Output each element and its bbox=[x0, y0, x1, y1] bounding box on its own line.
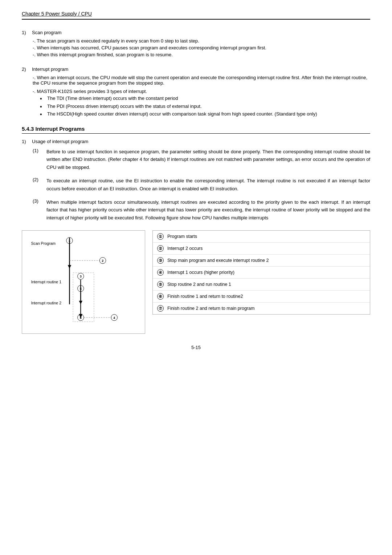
legend-num-1: ① bbox=[157, 233, 164, 240]
legend-text-5: Stop routine 2 and run routine 1 bbox=[167, 281, 231, 288]
svg-text:4: 4 bbox=[113, 316, 115, 320]
legend-text-2: Interrupt 2 occurs bbox=[167, 246, 203, 252]
para1: (1) Before to use interrupt function in … bbox=[33, 148, 370, 171]
legend-num-3: ③ bbox=[157, 257, 164, 264]
section2-dash1-text: -. When an interrupt occurs, the CPU mod… bbox=[33, 75, 370, 86]
para2: (2) To execute an interrupt routine, use… bbox=[33, 177, 370, 193]
usage-title: 1) Usage of interrupt program bbox=[22, 139, 370, 144]
usage-title-text: Usage of interrupt program bbox=[32, 139, 88, 144]
para3-text: When multiple interrupt factors occur si… bbox=[46, 198, 370, 222]
para1-text: Before to use interrupt function in sequ… bbox=[46, 148, 370, 171]
diagram-area: Scan Program 1 2 3 Interrupt routine 2 bbox=[22, 230, 370, 334]
svg-text:2: 2 bbox=[102, 259, 104, 263]
legend-num-7: ⑦ bbox=[157, 305, 164, 312]
section-interrupt-program: 2) Interrupt program -. When an interrup… bbox=[22, 66, 370, 118]
legend-num-4: ④ bbox=[157, 269, 164, 276]
legend-num-6: ⑥ bbox=[157, 293, 164, 300]
section1-num: 1) bbox=[22, 30, 29, 35]
bullet3-text: The HSCDI(High speed counter driven inte… bbox=[47, 111, 317, 117]
section1-dash3: -. When this interrupt program finished,… bbox=[33, 52, 370, 57]
section-scan-program: 1) Scan program -. The scan program is e… bbox=[22, 30, 370, 57]
section-543-heading: 5.4.3 Interrupt Programs bbox=[22, 126, 370, 134]
diagram-legend: ① Program starts ② Interrupt 2 occurs ③ … bbox=[152, 230, 370, 315]
svg-text:5: 5 bbox=[80, 287, 82, 291]
dash3-text: -. When this interrupt program finished,… bbox=[33, 52, 173, 57]
section1-title: Scan program bbox=[32, 30, 62, 35]
legend-num-2: ② bbox=[157, 245, 164, 252]
scan-program-label: Scan Program bbox=[31, 241, 56, 246]
section2-dash2: -. MASTER-K102S series provides 3 types … bbox=[33, 89, 370, 94]
legend-text-7: Finish routine 2 and return to main prog… bbox=[167, 305, 254, 312]
svg-marker-24 bbox=[79, 301, 82, 304]
diagram-box: Scan Program 1 2 3 Interrupt routine 2 bbox=[22, 230, 145, 334]
para1-num: (1) bbox=[33, 148, 43, 171]
bullet-dot-2: • bbox=[40, 104, 44, 110]
bullet1-text: The TDI (Time driven interrupt) occurs w… bbox=[47, 96, 178, 101]
page-number: 5-15 bbox=[22, 345, 370, 350]
legend-text-4: Interrupt 1 occurs (higher priority) bbox=[167, 270, 234, 276]
dash1-text: -. The scan program is executed regularl… bbox=[33, 38, 199, 44]
diagram-svg: Scan Program 1 2 3 Interrupt routine 2 bbox=[26, 234, 141, 329]
svg-text:3: 3 bbox=[80, 275, 82, 279]
legend-text-6: Finish routine 1 and return to routine2 bbox=[167, 293, 243, 300]
chapter-title: Chapter 5 Power Supply / CPU bbox=[22, 11, 92, 17]
legend-row-7: ⑦ Finish routine 2 and return to main pr… bbox=[153, 303, 370, 314]
legend-row-3: ③ Stop main program and execute interrup… bbox=[153, 255, 370, 267]
chapter-header: Chapter 5 Power Supply / CPU bbox=[22, 11, 370, 20]
legend-row-6: ⑥ Finish routine 1 and return to routine… bbox=[153, 291, 370, 303]
legend-row-1: ① Program starts bbox=[153, 231, 370, 243]
section2-num: 2) bbox=[22, 66, 29, 72]
bullet2: • The PDI (Process driven interrupt) occ… bbox=[40, 104, 370, 110]
para3-num: (3) bbox=[33, 198, 43, 222]
legend-row-2: ② Interrupt 2 occurs bbox=[153, 243, 370, 255]
para2-text: To execute an interrupt routine, use the… bbox=[46, 177, 370, 193]
section2-title-row: 2) Interrupt program bbox=[22, 66, 370, 72]
legend-row-5: ⑤ Stop routine 2 and run routine 1 bbox=[153, 279, 370, 291]
section1-title-row: 1) Scan program bbox=[22, 30, 370, 35]
svg-text:6: 6 bbox=[80, 316, 82, 320]
legend-text-1: Program starts bbox=[167, 234, 197, 240]
bullet3: • The HSCDI(High speed counter driven in… bbox=[40, 111, 370, 118]
usage-num: 1) bbox=[22, 139, 29, 144]
ir1-label-svg: Interrupt routine 1 bbox=[31, 280, 62, 284]
section2-dash2-text: -. MASTER-K102S series provides 3 types … bbox=[33, 89, 147, 94]
section1-dash1: -. The scan program is executed regularl… bbox=[33, 38, 370, 44]
legend-num-5: ⑤ bbox=[157, 281, 164, 288]
para2-num: (2) bbox=[33, 177, 43, 193]
bullet-dot-3: • bbox=[40, 111, 44, 118]
bullet-dot-1: • bbox=[40, 96, 44, 102]
legend-text-3: Stop main program and execute interrupt … bbox=[167, 258, 269, 264]
ir2-label-svg: Interrupt routine 2 bbox=[31, 301, 62, 305]
legend-row-4: ④ Interrupt 1 occurs (higher priority) bbox=[153, 267, 370, 279]
para3: (3) When multiple interrupt factors occu… bbox=[33, 198, 370, 222]
section1-dash2: -. When interrupts has occurred, CPU pau… bbox=[33, 45, 370, 50]
svg-rect-14 bbox=[73, 273, 94, 322]
section2-dash1: -. When an interrupt occurs, the CPU mod… bbox=[33, 75, 370, 86]
bullet1: • The TDI (Time driven interrupt) occurs… bbox=[40, 96, 370, 102]
dash2-text: -. When interrupts has occurred, CPU pau… bbox=[33, 45, 266, 50]
section2-title: Interrupt program bbox=[32, 66, 68, 72]
bullet2-text: The PDI (Process driven interrupt) occur… bbox=[47, 104, 202, 109]
svg-marker-5 bbox=[68, 265, 72, 269]
